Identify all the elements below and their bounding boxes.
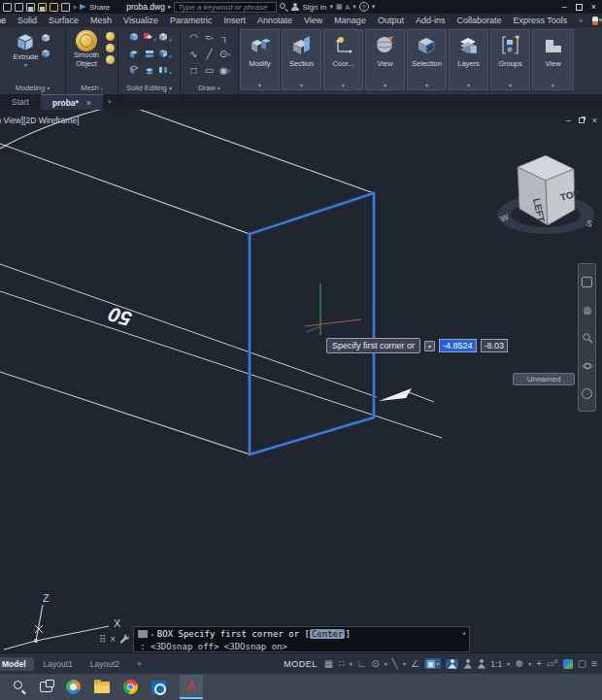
tab-view[interactable]: View [298, 16, 328, 25]
viewcube[interactable]: W S LEFT TOP [485, 139, 602, 255]
extrude-button[interactable]: Extrude ▾ [14, 30, 39, 69]
new-layout-button[interactable]: + [129, 657, 150, 671]
sign-in-button[interactable]: Sign In [302, 3, 326, 12]
isodraft-dropdown-icon[interactable]: ▾ [403, 660, 406, 667]
view2-panel-button[interactable]: View▾ [532, 29, 574, 90]
modeling-panel-label[interactable]: Modeling ▾ [0, 83, 65, 92]
new-file-icon[interactable] [3, 3, 12, 12]
circle-tool-icon[interactable]: ⊙▾ [219, 50, 230, 59]
workspace-gear-icon[interactable]: ☸ [515, 658, 523, 669]
dynamic-y-input[interactable]: -8.03 [481, 339, 509, 352]
shell-icon[interactable]: ▾ [157, 48, 172, 61]
help-dropdown-icon[interactable]: ▾ [372, 3, 376, 11]
tab-overflow-icon[interactable]: » [573, 17, 588, 24]
groups-panel-button[interactable]: Groups▾ [490, 29, 530, 90]
undo-icon[interactable] [61, 3, 70, 12]
save-as-icon[interactable] [38, 3, 47, 12]
autoscale-icon[interactable] [463, 659, 472, 669]
polysolid-icon[interactable] [40, 32, 51, 44]
dimension-text[interactable]: 50 [106, 303, 134, 331]
tab-insert[interactable]: Insert [217, 16, 251, 25]
autocad-taskbar-icon[interactable]: A [180, 675, 203, 699]
ortho-toggle-icon[interactable]: ∟ [357, 658, 367, 669]
extract-edges-icon[interactable] [128, 64, 140, 78]
snap-dropdown-icon[interactable]: ▾ [350, 660, 352, 667]
share-icon[interactable] [80, 4, 86, 10]
scale-dropdown-icon[interactable]: ▾ [507, 660, 510, 667]
tab-surface[interactable]: Surface [43, 16, 84, 25]
drawing-tab-active[interactable]: proba* × [41, 94, 103, 110]
plot-icon[interactable] [50, 3, 58, 12]
navigation-bar[interactable] [578, 263, 596, 412]
draw-panel-label[interactable]: Draw ▾ [181, 83, 238, 92]
subtract-icon[interactable]: ▾ [142, 31, 156, 45]
solid-editing-panel-label[interactable]: Solid Editing ▾ [118, 83, 180, 92]
a-dropdown-icon[interactable]: ▾ [352, 3, 356, 11]
nav-wheel-icon[interactable] [582, 277, 592, 287]
arc-tool-icon[interactable]: ◠ [189, 33, 198, 43]
dynamic-options-icon[interactable]: ▾ [424, 341, 435, 351]
workspace-dropdown2-icon[interactable]: ▾ [528, 660, 531, 667]
doc-restore-icon[interactable] [579, 117, 585, 123]
layers-panel-button[interactable]: Layers▾ [449, 29, 488, 90]
coordinates-panel-button[interactable]: Coor...▾ [323, 29, 363, 90]
view-panel-button[interactable]: View▾ [365, 29, 405, 90]
rectangle-tool-icon[interactable]: ▭ [205, 66, 214, 76]
close-button[interactable]: × [591, 2, 596, 12]
polygon-tool-icon[interactable]: □ [190, 66, 196, 76]
orbit-icon[interactable] [582, 360, 593, 372]
showmotion-icon[interactable] [582, 388, 592, 399]
clean-screen-icon[interactable]: ▢ [578, 658, 586, 669]
box-front-face[interactable] [250, 193, 374, 454]
osnap-toggle-icon[interactable]: ▣▾ [424, 658, 441, 669]
tab-visualize[interactable]: Visualize [117, 16, 164, 25]
qat-more-icon[interactable]: » [73, 4, 77, 11]
tab-home[interactable]: Home [0, 16, 12, 25]
command-close-icon[interactable]: × [110, 634, 116, 645]
mesh-refine-icon[interactable] [106, 32, 115, 41]
tab-express-tools[interactable]: Express Tools [507, 16, 573, 25]
task-view-icon[interactable] [40, 682, 52, 692]
thicken-icon[interactable] [144, 48, 155, 61]
otrack-toggle-icon[interactable]: ∠ [411, 658, 419, 669]
extrude-dropdown-icon[interactable]: ▾ [24, 62, 27, 69]
tab-addins[interactable]: Add-ins [410, 16, 452, 25]
snap-toggle-icon[interactable]: ∷ [338, 658, 344, 669]
chrome-icon[interactable] [123, 680, 138, 694]
modify-panel-button[interactable]: Modify▾ [240, 29, 280, 90]
restore-button[interactable] [576, 4, 583, 11]
mesh-crease-icon[interactable] [106, 55, 115, 64]
command-dropdown-icon[interactable]: ▾ [150, 631, 154, 638]
polar-toggle-icon[interactable]: ⊙ [371, 658, 379, 669]
smooth-object-button[interactable]: Smooth Object [69, 30, 104, 68]
presspull-icon[interactable] [40, 47, 51, 58]
imprint-icon[interactable] [144, 64, 155, 78]
signin-dropdown-icon[interactable]: ▾ [329, 3, 333, 11]
command-window[interactable]: ▾ BOX Specify first corner or [Center] ▴… [133, 626, 470, 652]
model-space-toggle[interactable]: MODEL [284, 659, 318, 669]
doc-close-icon[interactable]: × [592, 116, 597, 125]
separate-icon[interactable]: ▾ [157, 64, 172, 78]
selection-panel-button[interactable]: Selection▾ [407, 29, 447, 90]
section-panel-button[interactable]: Section▾ [282, 29, 321, 90]
start-tab[interactable]: Start [0, 94, 41, 110]
command-recent-icon[interactable] [138, 630, 148, 638]
polar-dropdown-icon[interactable]: ▾ [385, 660, 387, 667]
intersect-icon[interactable]: ▾ [157, 31, 172, 45]
zoom-icon[interactable] [582, 332, 593, 344]
scale-value[interactable]: 1:1 [490, 659, 502, 669]
autodesk-a-icon[interactable]: A [346, 4, 351, 11]
layout2-tab[interactable]: Layout2 [83, 657, 127, 671]
share-button[interactable]: Share [89, 3, 110, 12]
command-customize-icon[interactable] [119, 634, 130, 645]
open-file-icon[interactable] [15, 3, 23, 12]
command-option-center[interactable]: Center [310, 629, 346, 639]
tab-mesh[interactable]: Mesh [84, 16, 117, 25]
mesh-smooth-less-icon[interactable] [106, 44, 115, 52]
drawing-viewport[interactable]: 50 Z X [-][Custom View][2D Wireframe] – … [0, 110, 602, 652]
customization-menu-icon[interactable]: ≡ [591, 658, 597, 669]
box-top-right-edge[interactable] [56, 110, 374, 193]
store-app-icon[interactable] [66, 680, 81, 694]
app-store-icon[interactable]: ▩ [336, 3, 343, 11]
help-icon[interactable]: ? [359, 2, 369, 12]
